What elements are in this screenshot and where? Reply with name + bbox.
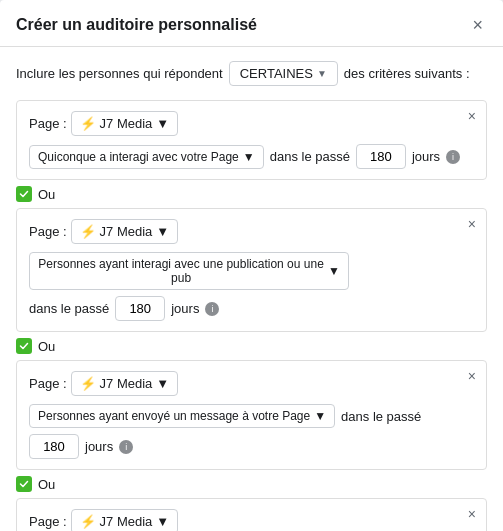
condition-row-1: Quiconque a interagi avec votre Page ▼ d… [29, 144, 474, 169]
page-icon-2: ⚡ [80, 224, 96, 239]
criteria-select-label: CERTAINES [240, 66, 313, 81]
page-icon-3: ⚡ [80, 376, 96, 391]
page-name-2: J7 Media [100, 224, 153, 239]
page-row-2: Page : ⚡ J7 Media ▼ [29, 219, 474, 244]
page-icon-1: ⚡ [80, 116, 96, 131]
condition-caret-3: ▼ [314, 409, 326, 423]
intro-text-before: Inclure les personnes qui répondent [16, 66, 223, 81]
dans-label-3: dans le passé [341, 409, 421, 424]
condition-label-1: Quiconque a interagi avec votre Page [38, 150, 239, 164]
intro-text-after: des critères suivants : [344, 66, 470, 81]
remove-block-3-button[interactable]: × [468, 369, 476, 383]
criteria-caret-icon: ▼ [317, 68, 327, 79]
ou-separator-1: Ou [16, 186, 487, 202]
condition-select-3[interactable]: Personnes ayant envoyé un message à votr… [29, 404, 335, 428]
page-select-2[interactable]: ⚡ J7 Media ▼ [71, 219, 179, 244]
ou-separator-3: Ou [16, 476, 487, 492]
criteria-block-1: × Page : ⚡ J7 Media ▼ Quiconque a intera… [16, 100, 487, 180]
modal: Créer un auditoire personnalisé × Inclur… [0, 0, 503, 531]
condition-caret-1: ▼ [243, 150, 255, 164]
ou-label-1: Ou [38, 187, 55, 202]
page-select-4[interactable]: ⚡ J7 Media ▼ [71, 509, 179, 531]
remove-block-2-button[interactable]: × [468, 217, 476, 231]
jours-label-1: jours [412, 149, 440, 164]
info-icon-2[interactable]: i [205, 302, 219, 316]
page-label-4: Page : [29, 514, 67, 529]
page-icon-4: ⚡ [80, 514, 96, 529]
page-select-1[interactable]: ⚡ J7 Media ▼ [71, 111, 179, 136]
condition-select-2[interactable]: Personnes ayant interagi avec une public… [29, 252, 349, 290]
condition-row-3: Personnes ayant envoyé un message à votr… [29, 404, 474, 459]
page-row-3: Page : ⚡ J7 Media ▼ [29, 371, 474, 396]
ou-check-icon-1 [16, 186, 32, 202]
page-name-1: J7 Media [100, 116, 153, 131]
jours-label-2: jours [171, 301, 199, 316]
page-select-3[interactable]: ⚡ J7 Media ▼ [71, 371, 179, 396]
remove-block-1-button[interactable]: × [468, 109, 476, 123]
ou-label-3: Ou [38, 477, 55, 492]
page-name-3: J7 Media [100, 376, 153, 391]
info-icon-1[interactable]: i [446, 150, 460, 164]
page-caret-4: ▼ [156, 514, 169, 529]
condition-label-3: Personnes ayant envoyé un message à votr… [38, 409, 310, 423]
jours-label-3: jours [85, 439, 113, 454]
days-input-1[interactable] [356, 144, 406, 169]
remove-block-4-button[interactable]: × [468, 507, 476, 521]
condition-caret-2: ▼ [328, 264, 340, 278]
page-label-2: Page : [29, 224, 67, 239]
condition-row-2: Personnes ayant interagi avec une public… [29, 252, 474, 290]
ou-label-2: Ou [38, 339, 55, 354]
modal-header: Créer un auditoire personnalisé × [0, 0, 503, 47]
page-label-3: Page : [29, 376, 67, 391]
ou-check-icon-3 [16, 476, 32, 492]
days-input-2[interactable] [115, 296, 165, 321]
dans-label-1: dans le passé [270, 149, 350, 164]
condition-label-2: Personnes ayant interagi avec une public… [38, 257, 324, 285]
ou-check-icon-2 [16, 338, 32, 354]
page-row-4: Page : ⚡ J7 Media ▼ [29, 509, 474, 531]
page-name-4: J7 Media [100, 514, 153, 529]
condition-select-1[interactable]: Quiconque a interagi avec votre Page ▼ [29, 145, 264, 169]
condition-row-2b: dans le passé jours i [29, 296, 474, 321]
page-caret-1: ▼ [156, 116, 169, 131]
page-caret-3: ▼ [156, 376, 169, 391]
intro-line: Inclure les personnes qui répondent CERT… [16, 61, 487, 86]
ou-separator-2: Ou [16, 338, 487, 354]
days-input-3[interactable] [29, 434, 79, 459]
page-label-1: Page : [29, 116, 67, 131]
page-row-1: Page : ⚡ J7 Media ▼ [29, 111, 474, 136]
modal-close-button[interactable]: × [468, 14, 487, 36]
modal-title: Créer un auditoire personnalisé [16, 16, 257, 34]
page-caret-2: ▼ [156, 224, 169, 239]
criteria-select-button[interactable]: CERTAINES ▼ [229, 61, 338, 86]
modal-body: Inclure les personnes qui répondent CERT… [0, 47, 503, 531]
criteria-block-4: × Page : ⚡ J7 Media ▼ Personnes ayant en… [16, 498, 487, 531]
dans-label-2: dans le passé [29, 301, 109, 316]
criteria-block-2: × Page : ⚡ J7 Media ▼ Personnes ayant in… [16, 208, 487, 332]
info-icon-3[interactable]: i [119, 440, 133, 454]
criteria-block-3: × Page : ⚡ J7 Media ▼ Personnes ayant en… [16, 360, 487, 470]
